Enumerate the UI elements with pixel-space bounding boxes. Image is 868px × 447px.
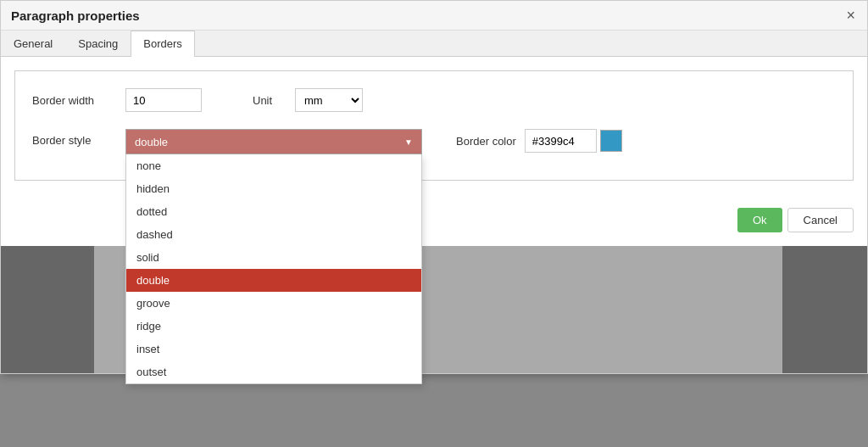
- dropdown-selected-value[interactable]: double ▼: [125, 129, 422, 154]
- tab-borders[interactable]: Borders: [131, 31, 195, 57]
- dropdown-list: none hidden dotted dashed solid: [125, 154, 422, 384]
- unit-select[interactable]: mm cm px pt: [295, 88, 363, 112]
- ok-button[interactable]: Ok: [737, 208, 782, 232]
- border-style-dropdown[interactable]: double ▼ none hidden dotted: [125, 129, 422, 154]
- dialog-body: Border width Unit mm cm px pt Border sty…: [1, 57, 867, 208]
- option-groove[interactable]: groove: [126, 292, 421, 315]
- border-width-input[interactable]: [125, 88, 202, 112]
- dialog-title: Paragraph properties: [11, 8, 140, 23]
- selected-option-text: double: [135, 136, 168, 148]
- close-button[interactable]: ×: [844, 8, 857, 23]
- border-style-label: Border style: [32, 129, 125, 147]
- border-width-row: Border width Unit mm cm px pt: [32, 88, 836, 112]
- border-color-label: Border color: [456, 135, 516, 148]
- tab-spacing[interactable]: Spacing: [65, 31, 131, 56]
- cancel-button[interactable]: Cancel: [787, 208, 854, 232]
- unit-label: Unit: [253, 94, 295, 107]
- tab-bar: General Spacing Borders: [1, 31, 867, 57]
- dropdown-arrow-icon: ▼: [404, 137, 413, 147]
- option-outset[interactable]: outset: [126, 360, 421, 383]
- border-color-group: Border color: [456, 129, 622, 153]
- border-style-row: Border style double ▼ none hidden: [32, 129, 836, 154]
- borders-panel: Border width Unit mm cm px pt Border sty…: [14, 70, 854, 181]
- unit-group: Unit mm cm px pt: [202, 88, 836, 112]
- option-ridge[interactable]: ridge: [126, 315, 421, 338]
- option-dashed[interactable]: dashed: [126, 223, 421, 246]
- option-dotted[interactable]: dotted: [126, 200, 421, 223]
- tab-general[interactable]: General: [1, 31, 65, 56]
- option-double[interactable]: double: [126, 269, 421, 292]
- bg-left: [1, 246, 94, 373]
- border-color-input[interactable]: [525, 129, 597, 153]
- option-none[interactable]: none: [126, 154, 421, 177]
- border-width-label: Border width: [32, 94, 125, 107]
- color-swatch[interactable]: [600, 130, 622, 152]
- bg-right: [782, 246, 867, 373]
- option-hidden[interactable]: hidden: [126, 177, 421, 200]
- paragraph-properties-dialog: Paragraph properties × General Spacing B…: [0, 0, 868, 374]
- option-solid[interactable]: solid: [126, 246, 421, 269]
- dialog-header: Paragraph properties ×: [1, 1, 867, 31]
- option-inset[interactable]: inset: [126, 338, 421, 360]
